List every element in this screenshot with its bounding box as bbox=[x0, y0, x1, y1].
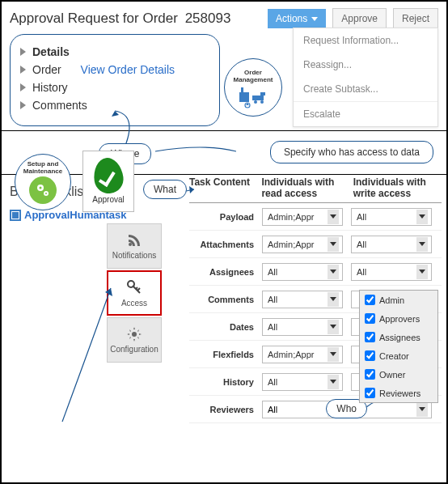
caret-down-icon bbox=[328, 237, 339, 252]
option-creator[interactable]: Creator bbox=[360, 346, 437, 365]
read-access-dropdown[interactable]: All bbox=[262, 291, 343, 308]
order-label: Order bbox=[32, 63, 61, 76]
col-write-access: Individuals with write access bbox=[353, 176, 442, 199]
details-bubble: Details Order View Order Details History… bbox=[10, 34, 220, 126]
svg-point-14 bbox=[40, 186, 42, 189]
approve-button[interactable]: Approve bbox=[332, 8, 387, 29]
write-access-dropdown[interactable]: All bbox=[351, 263, 432, 281]
row-label: Attachments bbox=[189, 240, 262, 249]
option-admin[interactable]: Admin bbox=[360, 291, 437, 309]
triangle-right-icon bbox=[20, 66, 26, 74]
svg-rect-3 bbox=[260, 92, 265, 96]
details-heading: Details bbox=[32, 45, 70, 58]
option-reviewers[interactable]: Reviewers bbox=[360, 384, 437, 402]
setup-maintenance-badge: Setup and Maintenance bbox=[15, 154, 71, 210]
reject-button[interactable]: Reject bbox=[393, 8, 438, 29]
menu-reassign[interactable]: Reassign... bbox=[294, 53, 437, 77]
write-access-dropdown[interactable]: All bbox=[351, 208, 432, 226]
checkbox[interactable] bbox=[365, 388, 375, 398]
row-label: Assignees bbox=[189, 267, 262, 277]
svg-point-4 bbox=[254, 100, 257, 104]
caret-down-icon bbox=[328, 292, 339, 307]
col-task-content: Task Content bbox=[189, 176, 261, 199]
bpm-worklist-panel: BPM Worklist What ApprovalHumantask Noti… bbox=[2, 175, 446, 223]
read-access-dropdown[interactable]: Admin;Appr bbox=[262, 208, 343, 226]
triangle-right-icon bbox=[20, 101, 26, 109]
col-read-access: Individuals with read access bbox=[261, 176, 353, 199]
what-label: What bbox=[143, 180, 187, 199]
svg-point-16 bbox=[45, 193, 47, 194]
annotation-row: Where Specify who has access to data bbox=[2, 131, 446, 175]
menu-escalate[interactable]: Escalate bbox=[294, 102, 437, 126]
comments-label: Comments bbox=[32, 99, 87, 112]
caret-down-icon bbox=[416, 402, 428, 417]
svg-point-9 bbox=[129, 243, 132, 246]
row-label: Comments bbox=[189, 295, 262, 304]
caret-down-icon bbox=[416, 210, 428, 224]
caret-down-icon bbox=[416, 265, 428, 279]
row-label: Reviewers bbox=[189, 405, 262, 414]
view-order-details-link[interactable]: View Order Details bbox=[81, 63, 175, 76]
option-owner[interactable]: Owner bbox=[360, 365, 437, 384]
approval-badge: Approval bbox=[82, 151, 134, 212]
specify-access-label: Specify who has access to data bbox=[270, 141, 433, 163]
table-row: Attachments Admin;Appr All bbox=[189, 231, 442, 258]
gear-icon bbox=[126, 326, 142, 342]
checkbox[interactable] bbox=[365, 313, 375, 324]
page-title: Approval Request for Order 258093 bbox=[10, 11, 230, 27]
row-label: Dates bbox=[189, 322, 262, 332]
actions-menu: Request Information... Reassign... Creat… bbox=[293, 28, 438, 127]
row-label: History bbox=[189, 377, 262, 387]
read-access-dropdown[interactable]: Admin;Appr bbox=[262, 346, 343, 363]
svg-point-11 bbox=[132, 332, 137, 337]
caret-down-icon bbox=[328, 375, 339, 389]
tab-notifications[interactable]: Notifications bbox=[107, 223, 162, 269]
checkbox[interactable] bbox=[365, 332, 375, 342]
svg-rect-2 bbox=[252, 96, 264, 100]
menu-create-subtask[interactable]: Create Subtask... bbox=[294, 77, 437, 101]
write-access-options-popup: Admin Approvers Assignees Creator Owner … bbox=[359, 290, 438, 403]
checkbox[interactable] bbox=[365, 369, 375, 380]
rss-icon bbox=[126, 232, 142, 248]
caret-down-icon bbox=[328, 210, 339, 224]
table-header: Task Content Individuals with read acces… bbox=[189, 176, 442, 203]
caret-down-icon bbox=[328, 265, 339, 279]
caret-down-icon bbox=[311, 17, 318, 21]
caret-down-icon bbox=[328, 347, 339, 362]
triangle-right-icon bbox=[20, 48, 26, 56]
order-management-icon bbox=[236, 86, 270, 108]
read-access-dropdown[interactable]: Admin;Appr bbox=[262, 236, 343, 253]
table-row: Assignees All All bbox=[189, 258, 442, 286]
option-assignees[interactable]: Assignees bbox=[360, 328, 437, 346]
table-row: Payload Admin;Appr All bbox=[189, 203, 442, 231]
key-icon bbox=[125, 278, 143, 296]
tab-access[interactable]: Access bbox=[107, 270, 162, 316]
caret-down-icon bbox=[328, 320, 339, 334]
history-label: History bbox=[32, 81, 68, 94]
checkmark-icon bbox=[91, 156, 125, 196]
checkbox[interactable] bbox=[365, 295, 375, 305]
tab-configuration[interactable]: Configuration bbox=[107, 317, 162, 363]
write-access-dropdown[interactable]: All bbox=[351, 236, 432, 253]
svg-point-5 bbox=[260, 100, 264, 104]
task-icon bbox=[10, 210, 21, 221]
read-access-dropdown[interactable]: All bbox=[262, 373, 343, 391]
approval-request-panel: Approval Request for Order 258093 Action… bbox=[2, 2, 446, 131]
reviewers-read-input[interactable] bbox=[268, 405, 324, 414]
access-table: Task Content Individuals with read acces… bbox=[189, 176, 442, 423]
row-label: Flexfields bbox=[189, 350, 262, 359]
menu-request-information[interactable]: Request Information... bbox=[294, 28, 437, 53]
order-management-badge: Order Management bbox=[224, 58, 282, 117]
checkbox[interactable] bbox=[365, 350, 375, 361]
row-label: Payload bbox=[189, 212, 262, 222]
option-approvers[interactable]: Approvers bbox=[360, 309, 437, 328]
caret-down-icon bbox=[416, 237, 428, 252]
actions-button[interactable]: Actions bbox=[268, 9, 326, 28]
triangle-right-icon bbox=[20, 83, 26, 91]
read-access-dropdown[interactable]: All bbox=[262, 263, 343, 281]
read-access-dropdown[interactable]: All bbox=[262, 318, 343, 336]
side-tabs: Notifications Access Configuration bbox=[107, 223, 162, 364]
gears-icon bbox=[29, 176, 57, 204]
svg-rect-1 bbox=[241, 87, 243, 92]
svg-rect-0 bbox=[239, 92, 249, 102]
